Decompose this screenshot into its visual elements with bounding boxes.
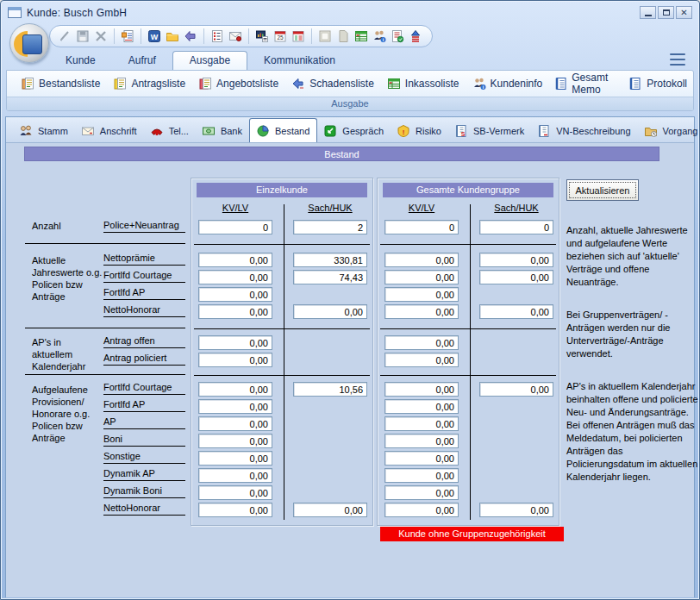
value-field[interactable]: 10,56 [293, 382, 367, 397]
value-field[interactable]: 0,00 [384, 399, 459, 414]
back-arrow-icon[interactable] [183, 28, 198, 44]
value-field[interactable]: 0,00 [198, 270, 272, 284]
minimize-button[interactable] [640, 6, 656, 19]
tab-aufruf[interactable]: Aufruf [112, 52, 172, 70]
row-label: Police+Neuantrag [103, 219, 185, 233]
value-field[interactable]: 74,43 [293, 270, 367, 284]
value-field[interactable]: 0,00 [384, 503, 459, 517]
tab-vorgang[interactable]: Vorgang [638, 120, 700, 142]
tab-stamm[interactable]: Stamm [13, 120, 75, 142]
ribbon-panel: Bestandsliste Antragsliste Angebotsliste… [6, 70, 694, 111]
value-field[interactable]: 0,00 [198, 434, 272, 448]
aktualisieren-button[interactable]: Aktualisieren [566, 179, 639, 201]
value-field[interactable]: 0,00 [198, 451, 272, 466]
tab-anschrift[interactable]: Anschrift [75, 120, 144, 142]
value-field[interactable]: 0,00 [479, 270, 553, 284]
value-field[interactable]: 0,00 [479, 382, 553, 397]
schadensliste-button[interactable]: Schadensliste [284, 73, 380, 94]
column-divider [470, 204, 471, 520]
value-field[interactable]: 0,00 [384, 451, 459, 466]
contact-list-icon[interactable] [120, 28, 135, 44]
value-field[interactable]: 0,00 [479, 304, 553, 319]
gesamt-memo-button[interactable]: Gesamt Memo [548, 70, 622, 98]
value-field[interactable]: 0,00 [384, 270, 459, 284]
value-field[interactable]: 0,00 [198, 304, 272, 319]
tab-risiko[interactable]: ! Risiko [391, 120, 448, 142]
value-field[interactable]: 0,00 [198, 287, 272, 302]
document-disabled-icon[interactable] [335, 28, 351, 44]
value-field[interactable]: 0,00 [384, 353, 459, 367]
value-field[interactable]: 0,00 [198, 382, 272, 397]
app-logo-icon[interactable] [9, 23, 49, 63]
antragsliste-button[interactable]: Antragsliste [106, 73, 191, 94]
edit-pencil-icon[interactable] [57, 28, 72, 44]
workspace: Stamm Anschrift Tel... Bank Bestand Gesp… [5, 116, 695, 597]
value-field[interactable]: 0,00 [384, 287, 459, 302]
save-icon[interactable] [75, 28, 91, 44]
tab-tel[interactable]: Tel... [144, 120, 196, 142]
value-field[interactable]: 0,00 [384, 335, 459, 350]
notebook-icon [628, 76, 643, 91]
word-export-icon[interactable]: W [147, 28, 162, 44]
inkassoliste-button[interactable]: Inkassoliste [380, 73, 466, 94]
value-field[interactable]: 330,81 [293, 253, 367, 267]
task-list-icon[interactable] [209, 28, 225, 44]
tab-kommunikation[interactable]: Kommunikation [247, 52, 352, 70]
customer-info-icon[interactable]: i [372, 28, 387, 44]
protokoll-button[interactable]: Protokoll [622, 73, 693, 94]
value-field[interactable]: 0,00 [384, 485, 459, 500]
tab-vn-beschreibung[interactable]: VN-Beschreibung [531, 120, 637, 142]
value-field[interactable]: 0,00 [384, 434, 459, 448]
kundeninfo-button[interactable]: i Kundeninfo [466, 73, 549, 94]
row-label: AP [103, 416, 185, 429]
list-doc-orange-icon [20, 76, 35, 91]
tab-sb-vermerk[interactable]: S SB-Vermerk [448, 120, 531, 142]
delete-icon[interactable] [93, 28, 109, 44]
value-field[interactable]: 0,00 [198, 485, 272, 500]
table-green-icon[interactable] [353, 28, 369, 44]
value-field[interactable]: 0,00 [198, 416, 272, 431]
value-field[interactable]: 0,00 [384, 416, 459, 431]
value-field[interactable]: 0 [384, 220, 459, 234]
close-button[interactable]: ✕ [676, 6, 692, 19]
tab-ausgabe[interactable]: Ausgabe [172, 51, 247, 70]
value-field[interactable]: 0,00 [479, 503, 553, 517]
value-field[interactable]: 0,00 [198, 503, 272, 517]
sort-arrows-icon[interactable] [408, 28, 423, 44]
calendar-day-icon[interactable]: 25 [272, 28, 288, 44]
tab-gespraech[interactable]: Gespräch [317, 120, 391, 142]
calendar-list-icon[interactable] [291, 28, 306, 44]
tab-kunde[interactable]: Kunde [49, 52, 112, 70]
row-label: Fortlfd Courtage [103, 381, 185, 395]
open-folder-icon[interactable] [165, 28, 180, 44]
value-field[interactable]: 0 [198, 220, 272, 234]
value-field[interactable]: 0,00 [198, 399, 272, 414]
value-field[interactable]: 0,00 [293, 304, 367, 319]
value-field[interactable]: 0,00 [384, 468, 459, 483]
value-field[interactable]: 0,00 [198, 253, 272, 267]
chart-monitor-icon[interactable] [254, 28, 270, 44]
maximize-button[interactable] [658, 6, 674, 19]
list-check-icon[interactable] [390, 28, 405, 44]
bestandsliste-button[interactable]: Bestandsliste [14, 73, 106, 94]
value-field[interactable]: 0,00 [384, 382, 459, 397]
value-field[interactable]: 0,00 [198, 335, 272, 350]
angebotsliste-button[interactable]: Angebotsliste [191, 73, 284, 94]
tab-bestand[interactable]: Bestand [249, 118, 317, 142]
value-field[interactable]: 0,00 [198, 353, 272, 367]
toolbar: W 25 i [4, 23, 696, 49]
value-field[interactable]: 0,00 [198, 468, 272, 483]
value-field[interactable]: 0,00 [293, 503, 367, 517]
value-field[interactable]: 0 [479, 220, 553, 234]
mail-seal-icon[interactable] [228, 28, 243, 44]
value-field[interactable]: 0,00 [384, 304, 459, 319]
value-field[interactable]: 0,00 [384, 253, 459, 267]
divider [380, 244, 556, 245]
info-text-1: Anzahl, aktuelle Jahreswerte und aufgela… [566, 224, 700, 289]
value-field[interactable]: 0,00 [479, 253, 553, 267]
report-frame-icon[interactable] [317, 28, 333, 44]
menu-icon[interactable] [670, 53, 685, 66]
value-field[interactable]: 2 [293, 220, 367, 234]
row-label: NettoHonorar [103, 303, 185, 317]
tab-bank[interactable]: Bank [196, 120, 249, 142]
